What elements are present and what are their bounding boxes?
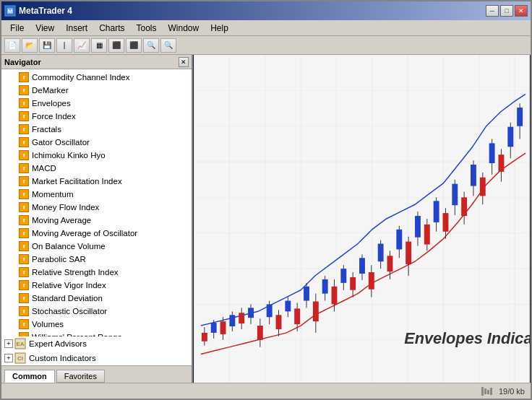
indicator-label: Volumes: [32, 320, 64, 329]
svg-rect-41: [276, 315, 282, 329]
indicator-label: Fractals: [32, 125, 61, 134]
svg-rect-39: [267, 304, 273, 317]
nav-list-item[interactable]: fOn Balance Volume: [1, 240, 192, 253]
menu-file[interactable]: File: [4, 22, 30, 35]
svg-rect-93: [517, 108, 523, 126]
navigator-panel: Navigator ✕ fCommodity Channel IndexfDeM…: [1, 55, 193, 383]
nav-tree-custom[interactable]: + CI Custom Indicators: [1, 351, 192, 365]
navigator-close-button[interactable]: ✕: [179, 57, 189, 67]
navigator-header: Navigator ✕: [1, 55, 192, 69]
indicator-label: Stochastic Oscillator: [32, 307, 107, 316]
svg-text:M: M: [8, 8, 13, 14]
nav-list[interactable]: fCommodity Channel IndexfDeMarkerfEnvelo…: [1, 69, 192, 336]
indicator-label: Relative Strength Index: [32, 268, 119, 277]
title-bar-left: M MetaTrader 4: [4, 5, 72, 17]
menu-window[interactable]: Window: [163, 22, 205, 35]
toolbar-zoom-in[interactable]: 🔍: [143, 38, 159, 53]
nav-list-item[interactable]: fMarket Facilitation Index: [1, 175, 192, 188]
nav-list-item[interactable]: fMoney Flow Index: [1, 201, 192, 214]
indicator-label: Momentum: [32, 190, 74, 199]
nav-list-item[interactable]: fGator Oscillator: [1, 136, 192, 149]
svg-rect-65: [387, 256, 393, 271]
indicator-icon: f: [19, 215, 29, 225]
restore-button[interactable]: □: [500, 5, 513, 17]
minimize-button[interactable]: ─: [486, 5, 499, 17]
indicator-label: Envelopes: [32, 99, 71, 108]
toolbar-candle[interactable]: ⬛: [108, 38, 124, 53]
menu-charts[interactable]: Charts: [93, 22, 130, 35]
toolbar-zoom-out[interactable]: 🔍: [160, 38, 176, 53]
svg-rect-31: [229, 315, 235, 326]
nav-list-item[interactable]: fEnvelopes: [1, 97, 192, 110]
nav-list-item[interactable]: fForce Index: [1, 110, 192, 123]
nav-list-item[interactable]: fRelative Strength Index: [1, 266, 192, 279]
toolbar-chart[interactable]: 📈: [74, 38, 90, 53]
indicator-icon: f: [19, 163, 29, 173]
status-bar: 19/0 kb: [1, 383, 531, 399]
nav-list-item[interactable]: fMACD: [1, 162, 192, 175]
indicator-icon: f: [19, 306, 29, 316]
nav-list-item[interactable]: fRelative Vigor Index: [1, 279, 192, 292]
nav-list-item[interactable]: fIchimoku Kinko Hyo: [1, 149, 192, 162]
nav-list-item[interactable]: fDeMarker: [1, 84, 192, 97]
indicator-label: Commodity Channel Index: [32, 73, 130, 82]
expert-advisors-label: Expert Advisors: [29, 339, 87, 348]
svg-rect-73: [424, 225, 430, 245]
svg-rect-63: [378, 244, 384, 262]
indicator-label: Williams' Percent Range: [32, 333, 122, 336]
toolbar-open[interactable]: 📂: [22, 38, 38, 53]
nav-list-item[interactable]: fMomentum: [1, 188, 192, 201]
indicator-icon: f: [19, 124, 29, 134]
indicator-icon: f: [19, 176, 29, 186]
nav-list-item[interactable]: fMoving Average of Oscillator: [1, 227, 192, 240]
svg-rect-27: [211, 323, 217, 333]
svg-rect-51: [322, 279, 328, 294]
toolbar-new[interactable]: 📄: [4, 38, 20, 53]
toolbar-line[interactable]: ⬛: [126, 38, 142, 53]
window-title: MetaTrader 4: [19, 6, 72, 16]
menu-help[interactable]: Help: [205, 22, 234, 35]
menu-view[interactable]: View: [30, 22, 60, 35]
nav-tree-expert[interactable]: + EA Expert Advisors: [1, 336, 192, 351]
svg-rect-98: [490, 388, 492, 395]
svg-rect-53: [332, 287, 338, 305]
file-size: 19/0 kb: [499, 387, 525, 396]
nav-list-item[interactable]: fWilliams' Percent Range: [1, 331, 192, 336]
main-window: M MetaTrader 4 ─ □ ✕ File View Insert Ch…: [0, 0, 532, 400]
indicator-icon: f: [19, 72, 29, 82]
svg-rect-61: [369, 272, 374, 290]
nav-list-item[interactable]: fParabolic SAR: [1, 253, 192, 266]
indicator-icon: f: [19, 254, 29, 264]
indicator-label: MACD: [32, 164, 56, 173]
nav-list-item[interactable]: fCommodity Channel Index: [1, 71, 192, 84]
toolbar-save[interactable]: 💾: [39, 38, 55, 53]
toolbar: 📄 📂 💾 | 📈 ▦ ⬛ ⬛ 🔍 🔍: [1, 36, 531, 55]
toolbar-bar[interactable]: ▦: [91, 38, 107, 53]
svg-rect-85: [480, 178, 486, 196]
svg-rect-69: [406, 242, 411, 265]
nav-list-item[interactable]: fFractals: [1, 123, 192, 136]
chart-svg: Envelopes Indicator: [193, 55, 531, 383]
nav-list-item[interactable]: fStandard Deviation: [1, 292, 192, 305]
tab-common[interactable]: Common: [4, 370, 55, 383]
svg-rect-55: [340, 269, 346, 283]
indicator-icon: f: [19, 267, 29, 277]
menu-insert[interactable]: Insert: [60, 22, 93, 35]
indicator-icon: f: [19, 111, 29, 121]
indicator-icon: f: [19, 280, 29, 290]
expand-expert-icon[interactable]: +: [4, 339, 13, 348]
tab-favorites[interactable]: Favorites: [56, 370, 105, 383]
expand-custom-icon[interactable]: +: [4, 354, 13, 362]
svg-text:CI: CI: [17, 355, 23, 362]
menu-tools[interactable]: Tools: [131, 22, 163, 35]
indicator-icon: f: [19, 332, 29, 336]
indicator-icon: f: [19, 319, 29, 329]
indicator-label: Market Facilitation Index: [32, 177, 122, 186]
nav-list-item[interactable]: fVolumes: [1, 318, 192, 331]
nav-list-item[interactable]: fMoving Average: [1, 214, 192, 227]
svg-rect-75: [434, 201, 439, 222]
indicator-icon: f: [19, 293, 29, 303]
nav-list-item[interactable]: fStochastic Oscillator: [1, 305, 192, 318]
close-button[interactable]: ✕: [515, 5, 528, 17]
svg-rect-45: [294, 308, 300, 324]
